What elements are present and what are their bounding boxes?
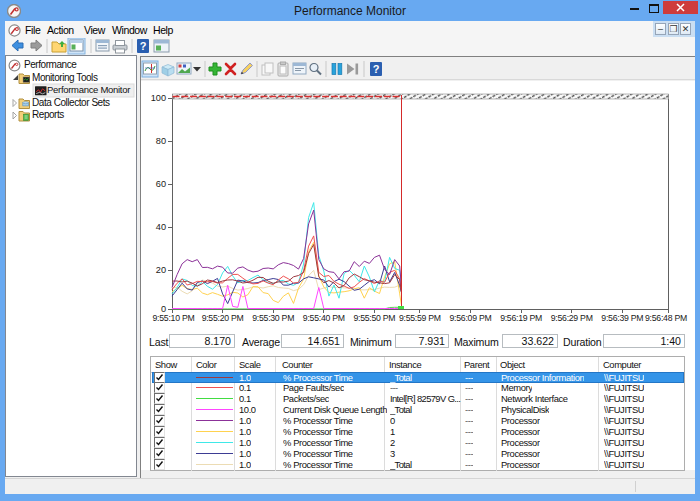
svg-text:9:56:09 PM: 9:56:09 PM xyxy=(450,313,492,323)
svg-text:9:56:48 PM: 9:56:48 PM xyxy=(645,313,687,323)
svg-text:?: ? xyxy=(373,63,380,75)
svg-text:100: 100 xyxy=(151,93,166,103)
svg-text:?: ? xyxy=(140,40,147,52)
svg-text:9:55:30 PM: 9:55:30 PM xyxy=(252,313,294,323)
svg-text:9:55:50 PM: 9:55:50 PM xyxy=(353,313,395,323)
svg-text:9:55:10 PM: 9:55:10 PM xyxy=(153,313,195,323)
svg-text:9:56:29 PM: 9:56:29 PM xyxy=(551,313,593,323)
svg-text:20: 20 xyxy=(156,265,166,275)
svg-text:60: 60 xyxy=(156,179,166,189)
svg-text:9:56:39 PM: 9:56:39 PM xyxy=(601,313,643,323)
svg-text:9:55:59 PM: 9:55:59 PM xyxy=(399,313,441,323)
svg-text:9:55:40 PM: 9:55:40 PM xyxy=(303,313,345,323)
svg-text:40: 40 xyxy=(156,222,166,232)
svg-text:80: 80 xyxy=(156,136,166,146)
svg-text:9:56:19 PM: 9:56:19 PM xyxy=(500,313,542,323)
svg-text:9:55:20 PM: 9:55:20 PM xyxy=(202,313,244,323)
